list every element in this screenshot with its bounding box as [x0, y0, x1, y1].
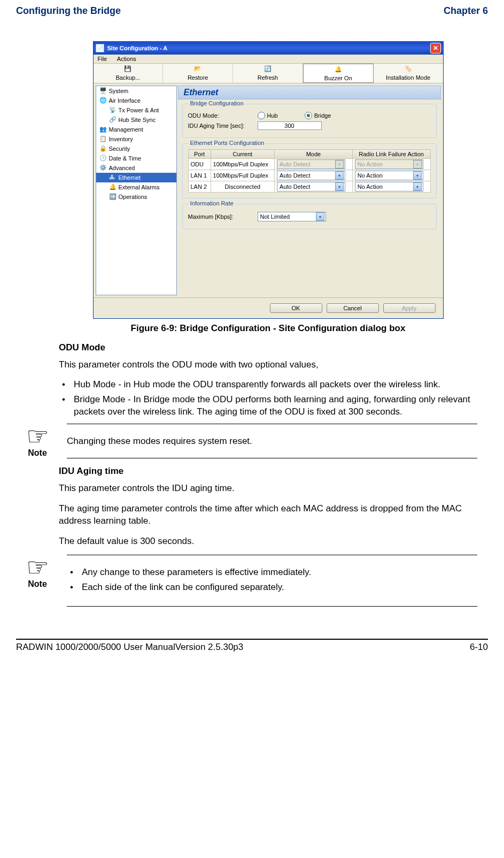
idu-p2: The aging time parameter controls the ti… [59, 502, 477, 527]
sidebar-item-system[interactable]: 🖥️System [96, 86, 176, 96]
sidebar-item-management[interactable]: 👥Management [96, 125, 176, 134]
col-port: Port [188, 150, 211, 159]
information-rate-group: Information Rate Maximum [Kbps]: Not Lim… [182, 204, 437, 229]
list-item: Bridge Mode - In Bridge mode the ODU per… [74, 393, 477, 418]
list-item: Hub Mode - in Hub mode the ODU transpare… [74, 378, 477, 390]
chevron-down-icon: ▾ [413, 171, 422, 180]
table-row: LAN 2 Disconnected Auto Detect▾ No Actio… [188, 181, 430, 193]
chevron-down-icon: ▾ [335, 160, 344, 168]
list-item: Any change to these parameters is effect… [82, 566, 477, 578]
menu-actions[interactable]: Actions [117, 56, 136, 62]
footer-left: RADWIN 1000/2000/5000 User ManualVersion… [16, 642, 243, 653]
panel-title: Ethernet [178, 86, 441, 99]
toolbar-restore[interactable]: 📂Restore [163, 64, 233, 83]
alarm-icon: 🔔 [109, 183, 117, 191]
idu-p1: This parameter controls the IDU aging ti… [59, 482, 477, 494]
ethernet-ports-group: Ethernet Ports Configuration Port Curren… [182, 143, 437, 198]
restore-icon: 📂 [193, 65, 202, 74]
header-left: Configuring the Bridge [16, 5, 121, 17]
toolbar: 💾Backup... 📂Restore 🔄Refresh 🔔Buzzer On … [94, 64, 443, 83]
sidebar-item-hub-site-sync[interactable]: 🔗Hub Site Sync [96, 115, 176, 125]
table-row: LAN 1 100Mbps/Full Duplex Auto Detect▾ N… [188, 170, 430, 181]
window-title: Site Configuration - A [107, 45, 430, 51]
toolbar-backup[interactable]: 💾Backup... [94, 64, 164, 83]
col-action: Radio Link Failure Action [352, 150, 430, 159]
odu-mode-bullets: Hub Mode - in Hub mode the ODU transpare… [59, 378, 477, 418]
inventory-icon: 📋 [99, 135, 107, 143]
mode-combo-lan1[interactable]: Auto Detect▾ [277, 171, 345, 180]
management-icon: 👥 [99, 126, 107, 133]
chevron-down-icon: ▾ [335, 171, 344, 180]
header-right: Chapter 6 [444, 5, 488, 17]
antenna-icon: 📡 [109, 106, 117, 114]
note-2: ☞ Note Any change to these parameters is… [19, 555, 477, 607]
chevron-down-icon: ▾ [335, 182, 344, 191]
titlebar: 📄 Site Configuration - A ✕ [94, 42, 443, 55]
sidebar-item-tx-power[interactable]: 📡Tx Power & Ant [96, 105, 176, 115]
odu-mode-hub-radio[interactable]: Hub [258, 112, 278, 119]
apply-button: Apply [383, 303, 436, 313]
max-kbps-label: Maximum [Kbps]: [188, 213, 258, 220]
max-kbps-combo[interactable]: Not Limited▾ [258, 212, 326, 221]
security-icon: 🔒 [99, 145, 107, 152]
sidebar-item-security[interactable]: 🔒Security [96, 144, 176, 154]
ports-table: Port Current Mode Radio Link Failure Act… [188, 149, 431, 193]
sidebar-item-operations[interactable]: ➡️Operations [96, 192, 176, 202]
action-combo-lan1[interactable]: No Action▾ [355, 171, 423, 180]
mode-combo-lan2[interactable]: Auto Detect▾ [277, 182, 345, 191]
cancel-button[interactable]: Cancel [327, 303, 379, 313]
note-1: ☞ Note Changing these modes requires sys… [19, 424, 477, 458]
clock-icon: 🕒 [99, 155, 107, 162]
toolbar-install-mode[interactable]: 🏷️Installation Mode [374, 64, 443, 83]
chevron-down-icon: ▾ [413, 182, 422, 191]
app-icon: 📄 [96, 44, 104, 52]
col-current: Current [211, 150, 274, 159]
site-configuration-dialog: 📄 Site Configuration - A ✕ File Actions … [93, 41, 444, 319]
toolbar-buzzer[interactable]: 🔔Buzzer On [303, 64, 374, 83]
ethernet-icon: 🖧 [109, 174, 117, 181]
pointing-hand-icon: ☞ [19, 424, 56, 449]
sidebar-item-advanced[interactable]: ⚙️Advanced [96, 163, 176, 173]
pointing-hand-icon: ☞ [19, 555, 56, 580]
action-combo-lan2[interactable]: No Action▾ [355, 182, 423, 191]
mode-combo-odu: Auto Detect▾ [277, 159, 345, 169]
sidebar-item-inventory[interactable]: 📋Inventory [96, 134, 176, 144]
refresh-icon: 🔄 [263, 65, 272, 74]
close-icon[interactable]: ✕ [430, 43, 441, 53]
save-icon: 💾 [123, 65, 132, 74]
system-icon: 🖥️ [99, 87, 107, 95]
bridge-config-legend: Bridge Configuration [188, 100, 246, 106]
footer-right: 6-10 [470, 642, 488, 653]
main-panel: Ethernet Bridge Configuration ODU Mode: … [178, 86, 441, 295]
note-body: Changing these modes requires system res… [67, 424, 477, 458]
sidebar-item-ethernet[interactable]: 🖧Ethernet [96, 173, 176, 182]
idu-aging-input[interactable]: 300 [258, 121, 322, 130]
idu-aging-label: IDU Aging Time [sec]: [188, 122, 258, 129]
sidebar: 🖥️System 🌐Air Interface 📡Tx Power & Ant … [96, 86, 177, 295]
chevron-down-icon: ▾ [413, 160, 422, 168]
chevron-down-icon: ▾ [316, 212, 324, 221]
dialog-buttons: OK Cancel Apply [94, 297, 443, 318]
idu-p3: The default value is 300 seconds. [59, 535, 477, 547]
sidebar-item-air-interface[interactable]: 🌐Air Interface [96, 96, 176, 105]
figure-caption: Figure 6-9: Bridge Configuration - Site … [59, 323, 477, 334]
action-combo-odu: No Action▾ [355, 159, 423, 169]
odu-mode-bridge-radio[interactable]: Bridge [305, 112, 331, 119]
ports-legend: Ethernet Ports Configuration [188, 140, 267, 146]
idu-aging-heading: IDU Aging time [59, 466, 477, 477]
toolbar-refresh[interactable]: 🔄Refresh [233, 64, 303, 83]
odu-mode-heading: ODU Mode [59, 342, 477, 353]
list-item: Each side of the link can be configured … [82, 581, 477, 593]
info-rate-legend: Information Rate [188, 200, 236, 206]
buzzer-icon: 🔔 [334, 66, 343, 74]
odu-mode-intro: This parameter controls the ODU mode wit… [59, 358, 477, 371]
sidebar-item-external-alarms[interactable]: 🔔External Alarms [96, 182, 176, 192]
menu-file[interactable]: File [98, 56, 107, 62]
operations-icon: ➡️ [109, 193, 117, 201]
menu-bar: File Actions [94, 55, 443, 64]
sidebar-item-date-time[interactable]: 🕒Date & Time [96, 154, 176, 163]
globe-icon: 🌐 [99, 97, 107, 104]
install-icon: 🏷️ [404, 65, 413, 74]
ok-button[interactable]: OK [270, 303, 322, 313]
note-body: Any change to these parameters is effect… [67, 555, 477, 607]
